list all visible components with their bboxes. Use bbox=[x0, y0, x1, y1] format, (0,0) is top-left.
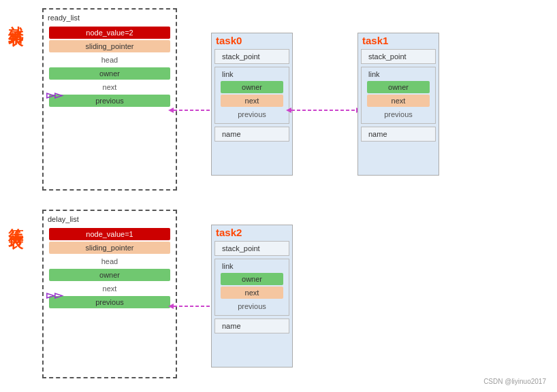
top-owner: owner bbox=[49, 67, 170, 80]
task2-box: task2 stack_point link owner next previo… bbox=[211, 225, 293, 368]
top-node-value: node_value=2 bbox=[49, 27, 170, 39]
task2-name-section: name bbox=[214, 318, 289, 333]
task1-next: next bbox=[367, 95, 430, 107]
task2-stack-point: stack_point bbox=[214, 241, 289, 256]
task2-link-section: link owner next previous bbox=[214, 259, 289, 316]
task2-title: task2 bbox=[212, 225, 292, 241]
bottom-owner: owner bbox=[49, 269, 170, 281]
bottom-previous: previous bbox=[49, 296, 170, 308]
bottom-head: head bbox=[49, 255, 170, 267]
task1-box: task1 stack_point link owner next previo… bbox=[357, 33, 439, 176]
task1-previous: previous bbox=[367, 108, 430, 120]
top-previous: previous bbox=[49, 95, 170, 107]
task1-owner: owner bbox=[367, 81, 430, 93]
task1-title: task1 bbox=[358, 33, 439, 49]
task0-owner: owner bbox=[221, 81, 283, 93]
task0-box: task0 stack_point link owner next previo… bbox=[211, 33, 293, 176]
task2-next: next bbox=[221, 287, 283, 299]
task1-name-section: name bbox=[361, 127, 436, 142]
task1-link-section: link owner next previous bbox=[361, 67, 436, 124]
bottom-sliding-pointer: sliding_pointer bbox=[49, 242, 170, 254]
main-container: 就绪表 ready_list node_value=2 sliding_poin… bbox=[0, 0, 557, 392]
top-arrow-task0-to-task1 bbox=[291, 105, 360, 115]
task0-name-section: name bbox=[214, 127, 289, 142]
bottom-side-label: 等待表 bbox=[5, 216, 26, 225]
top-sliding-pointer: sliding_pointer bbox=[49, 40, 170, 52]
bottom-node-value: node_value=1 bbox=[49, 228, 170, 240]
top-next: next bbox=[49, 81, 170, 93]
task0-previous: previous bbox=[221, 108, 283, 120]
watermark: CSDN @liyinuo2017 bbox=[483, 378, 546, 385]
ready-list-title: ready_list bbox=[44, 10, 176, 24]
task0-link-section: link owner next previous bbox=[214, 67, 289, 124]
delay-list-title: delay_list bbox=[44, 211, 176, 225]
task1-stack-point: stack_point bbox=[361, 49, 436, 64]
top-side-label: 就绪表 bbox=[5, 14, 26, 22]
bottom-next: next bbox=[49, 282, 170, 295]
task2-owner: owner bbox=[221, 273, 283, 285]
bottom-sliding-arrow: ▻▻ bbox=[46, 289, 63, 301]
task0-title: task0 bbox=[212, 33, 292, 49]
task0-next: next bbox=[221, 95, 283, 107]
top-sliding-arrow: ▻▻ bbox=[46, 88, 63, 101]
task0-stack-point: stack_point bbox=[214, 49, 289, 64]
task2-previous: previous bbox=[221, 300, 283, 312]
top-head: head bbox=[49, 54, 170, 66]
